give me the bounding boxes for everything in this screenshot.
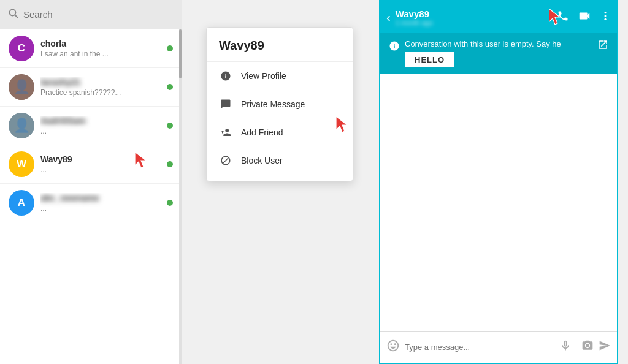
contact-item-aadritisam[interactable]: 👤AadritiSam... xyxy=(0,107,182,145)
contact-item-abc_newname[interactable]: Aabc_newname... xyxy=(0,184,182,222)
scrollbar-track[interactable] xyxy=(179,29,182,364)
contact-name-tarashy21: tarashy21 xyxy=(40,77,163,87)
contact-info-chorla: chorlaI saw an ant in the ... xyxy=(40,39,163,58)
search-bar xyxy=(0,0,182,29)
chat-input-bar xyxy=(380,331,617,363)
chat-header: ‹ Wavy89 1 month ago xyxy=(380,1,617,33)
online-dot-tarashy21 xyxy=(167,84,173,90)
avatar-aadritisam: 👤 xyxy=(9,113,34,138)
chat-banner: Conversation with this user is empty. Sa… xyxy=(380,33,617,74)
chat-send-icon[interactable] xyxy=(599,339,611,355)
chat-back-button[interactable]: ‹ xyxy=(386,10,391,25)
contact-item-tarashy21[interactable]: 👤tarashy21Practice spanish?????... xyxy=(0,68,182,107)
svg-point-4 xyxy=(605,18,607,20)
context-menu-icon-private-message xyxy=(219,97,232,111)
chat-banner-text: Conversation with this user is empty. Sa… xyxy=(405,39,592,48)
context-menu-label-private-message: Private Message xyxy=(241,99,305,109)
chat-external-link-icon[interactable] xyxy=(597,39,608,52)
sidebar: CchorlaI saw an ant in the ...👤tarashy21… xyxy=(0,0,182,364)
search-input[interactable] xyxy=(23,9,173,20)
avatar-tarashy21: 👤 xyxy=(9,74,34,100)
chat-user-info: Wavy89 1 month ago xyxy=(396,9,557,26)
online-dot-wavy89 xyxy=(167,161,173,167)
scrollbar-thumb[interactable] xyxy=(179,29,182,78)
chat-camera-icon[interactable] xyxy=(581,339,594,355)
chat-header-actions xyxy=(557,9,611,26)
contact-name-wavy89: Wavy89 xyxy=(40,154,163,164)
context-menu-item-view-profile[interactable]: View Profile xyxy=(207,62,353,90)
contact-info-abc_newname: abc_newname... xyxy=(40,193,163,213)
contact-preview-wavy89: ... xyxy=(40,165,163,174)
chat-video-icon[interactable] xyxy=(578,9,591,26)
contact-info-wavy89: Wavy89... xyxy=(40,154,163,174)
avatar-chorla: C xyxy=(9,36,34,61)
contact-info-tarashy21: tarashy21Practice spanish?????... xyxy=(40,77,163,97)
chat-message-input[interactable] xyxy=(405,343,554,352)
svg-point-2 xyxy=(605,12,607,13)
context-menu-item-block-user[interactable]: Block User xyxy=(207,146,353,175)
chat-info-icon xyxy=(389,40,400,54)
context-menu: Wavy89 View ProfilePrivate MessageAdd Fr… xyxy=(206,27,353,181)
contact-item-chorla[interactable]: CchorlaI saw an ant in the ... xyxy=(0,29,182,68)
contact-preview-chorla: I saw an ant in the ... xyxy=(40,50,163,58)
contact-preview-abc_newname: ... xyxy=(40,204,163,213)
online-dot-abc_newname xyxy=(167,200,173,206)
online-dot-aadritisam xyxy=(167,123,173,129)
context-menu-icon-view-profile xyxy=(219,69,232,83)
chat-more-icon[interactable] xyxy=(600,10,611,25)
online-dot-chorla xyxy=(167,45,173,51)
chat-call-icon[interactable] xyxy=(557,10,569,25)
chat-username: Wavy89 xyxy=(396,9,557,19)
hello-button[interactable]: HELLO xyxy=(405,52,454,67)
context-menu-label-block-user: Block User xyxy=(241,156,283,165)
context-menu-label-add-friend: Add Friend xyxy=(241,127,283,137)
svg-point-3 xyxy=(605,15,607,17)
chat-mic-icon[interactable] xyxy=(559,339,572,355)
contact-name-chorla: chorla xyxy=(40,39,163,48)
contact-preview-aadritisam: ... xyxy=(40,127,163,135)
chat-panel: ‹ Wavy89 1 month ago xyxy=(379,0,618,364)
context-menu-icon-add-friend xyxy=(219,126,232,139)
contact-list: CchorlaI saw an ant in the ...👤tarashy21… xyxy=(0,29,182,364)
contact-item-wavy89[interactable]: WWavy89... xyxy=(0,145,182,184)
contact-name-abc_newname: abc_newname xyxy=(40,193,163,203)
contact-name-aadritisam: AadritiSam xyxy=(40,116,163,126)
context-menu-item-private-message[interactable]: Private Message xyxy=(207,90,353,118)
context-menu-item-add-friend[interactable]: Add Friend xyxy=(207,118,353,146)
contact-preview-tarashy21: Practice spanish?????... xyxy=(40,88,163,97)
chat-emoji-icon[interactable] xyxy=(386,339,400,355)
chat-status: 1 month ago xyxy=(396,19,557,26)
chat-banner-content: Conversation with this user is empty. Sa… xyxy=(405,39,592,67)
chat-body xyxy=(380,74,617,331)
context-menu-username: Wavy89 xyxy=(207,39,353,62)
contact-info-aadritisam: AadritiSam... xyxy=(40,116,163,135)
avatar-wavy89: W xyxy=(9,151,34,177)
avatar-abc_newname: A xyxy=(9,190,34,216)
svg-line-1 xyxy=(15,15,18,17)
context-menu-label-view-profile: View Profile xyxy=(241,71,286,81)
search-icon xyxy=(9,9,18,21)
context-menu-icon-block-user xyxy=(219,154,232,167)
